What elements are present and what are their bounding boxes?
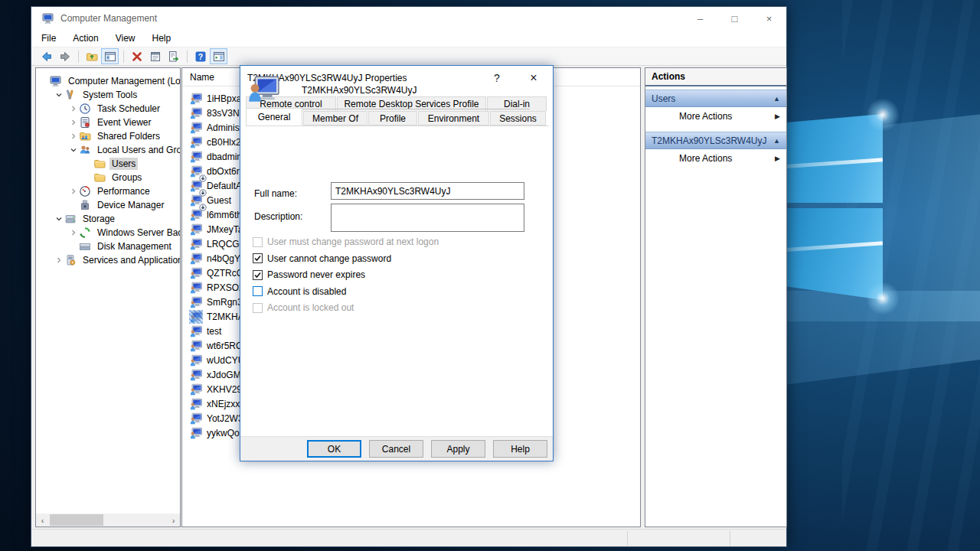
export-list-button[interactable] [165,48,182,64]
show-action-pane-button[interactable] [210,48,227,64]
user-icon [190,340,202,352]
tree-item-computer-management-local[interactable]: Computer Management (Local [36,74,181,88]
expander-icon[interactable] [83,158,93,169]
up-folder-button[interactable] [83,48,100,64]
expander-icon[interactable] [68,186,79,197]
window-titlebar[interactable]: Computer Management – □ × [31,7,786,30]
user-icon [190,165,202,178]
properties-button[interactable] [146,48,164,64]
menu-item-file[interactable]: File [34,31,63,45]
forward-button[interactable] [56,48,74,64]
actions-section-users[interactable]: Users▲ [645,90,786,107]
expander-icon[interactable] [68,145,79,155]
user-list-item-wt6r5ror[interactable]: wt6r5ROr [184,338,246,353]
checkbox[interactable] [253,270,263,280]
user-list-item-qztrcg7[interactable]: QZTRcG7 [184,266,249,280]
checkbox-user-must-change-password-at-next-logon[interactable]: User must change password at next logon [253,236,439,247]
tree-item-task-scheduler[interactable]: Task Scheduler [36,102,162,116]
checkbox-account-is-locked-out[interactable]: Account is locked out [253,302,354,313]
dialog-close-button[interactable]: × [521,66,547,90]
tree-item-groups[interactable]: Groups [36,171,144,184]
expander-icon[interactable] [83,172,93,183]
tree-item-users[interactable]: Users [36,157,138,171]
tree-item-event-viewer[interactable]: Event Viewer [36,116,153,129]
user-list-item-test[interactable]: test [184,324,221,338]
tab-sessions[interactable]: Sessions [490,111,546,126]
full-name-field[interactable] [331,182,524,200]
tab-member-of[interactable]: Member Of [303,111,368,126]
close-button[interactable]: × [752,7,786,30]
expander-icon[interactable] [54,90,64,100]
checkbox[interactable] [253,303,263,313]
checkbox[interactable] [253,286,263,296]
more-actions-item[interactable]: More Actions▶ [645,149,786,168]
user-list-item-n4bqgyh[interactable]: n4bQgYh [184,251,246,266]
minimize-button[interactable]: – [683,7,717,30]
user-list-item-t2mkhax[interactable]: T2MKHAx [184,309,249,324]
help-button[interactable]: ? [191,48,209,64]
expander-icon[interactable] [68,200,79,210]
actions-section-t2mkhax90ylsc3rw4uyj[interactable]: T2MKHAx90YLSc3RW4UyJ▲ [645,132,786,149]
user-list-item-defaultac[interactable]: DefaultAc [184,178,247,193]
checkbox-account-is-disabled[interactable]: Account is disabled [253,286,346,297]
collapse-icon[interactable]: ▲ [767,137,786,145]
ok-button[interactable]: OK [307,440,361,458]
tree-item-disk-management[interactable]: Disk Management [36,240,174,253]
tree-item-device-manager[interactable]: Device Manager [36,198,166,212]
tree-item-services-and-applications[interactable]: Services and Applications [36,253,181,267]
checkbox[interactable] [253,253,263,263]
description-field[interactable] [331,204,524,232]
tree-item-storage[interactable]: Storage [36,212,117,226]
tree-item-shared-folders[interactable]: Shared Folders [36,129,162,143]
tree-horizontal-scrollbar[interactable]: ‹ › [36,514,180,527]
expander-icon[interactable] [68,131,79,142]
checkbox[interactable] [253,237,263,247]
user-list-item-jmxeyta6[interactable]: JMxeyTa6 [184,222,248,236]
expander-icon[interactable] [54,214,64,224]
name-column-header[interactable]: Name [182,72,214,83]
checkbox-password-never-expires[interactable]: Password never expires [253,269,365,280]
scrollbar-thumb[interactable] [50,514,103,526]
scroll-left-arrow[interactable]: ‹ [36,514,49,527]
menu-item-view[interactable]: View [109,31,142,45]
user-list-item-administr[interactable]: Administr [184,120,245,135]
tree-item-windows-server-backup[interactable]: Windows Server Backup [36,226,181,240]
delete-button[interactable] [128,48,145,64]
tree-item-system-tools[interactable]: System Tools [36,88,139,102]
user-list-item-dboxt6r9l[interactable]: dbOxt6r9l [184,164,247,178]
user-icon [190,383,202,396]
scroll-right-arrow[interactable]: › [167,514,180,527]
more-actions-item[interactable]: More Actions▶ [645,107,786,126]
user-list-item-dbadmin[interactable]: dbadmin [184,149,242,164]
menu-item-action[interactable]: Action [66,31,105,45]
user-icon [190,223,202,236]
back-button[interactable] [38,48,55,64]
tab-profile[interactable]: Profile [368,111,417,126]
help-button[interactable]: Help [493,440,547,458]
expander-icon[interactable] [68,241,79,252]
checkbox-user-cannot-change-password[interactable]: User cannot change password [253,253,391,264]
tree-item-performance[interactable]: Performance [36,184,152,198]
maximize-button[interactable]: □ [717,7,752,30]
expander-icon[interactable] [39,76,50,86]
expander-icon[interactable] [68,227,79,238]
collapse-icon[interactable]: ▲ [767,95,786,103]
show-console-tree-button[interactable] [101,48,119,64]
user-account-icon [248,75,280,104]
tab-environment[interactable]: Environment [418,111,489,126]
expander-icon[interactable] [68,103,79,114]
tree-item-local-users-and-groups[interactable]: Local Users and Groups [36,143,181,157]
backup-icon [79,227,91,239]
user-list-item-smrgn32[interactable]: SmRgn32 [184,295,247,309]
dialog-help-button[interactable]: ? [484,66,510,90]
cancel-button[interactable]: Cancel [369,440,423,458]
tab-general[interactable]: General [246,108,302,126]
expander-icon[interactable] [68,117,79,128]
apply-button[interactable]: Apply [431,440,485,458]
user-list-item-yykwqoc[interactable]: yykwQoC [184,425,246,440]
user-list-item-l6mm6thl[interactable]: l6mm6thl [184,207,244,222]
expander-icon[interactable] [54,255,64,266]
user-list-item-xjdogmk[interactable]: xJdoGMK [184,367,247,382]
user-list-item-guest[interactable]: Guest [184,193,231,207]
menu-item-help[interactable]: Help [145,31,178,45]
